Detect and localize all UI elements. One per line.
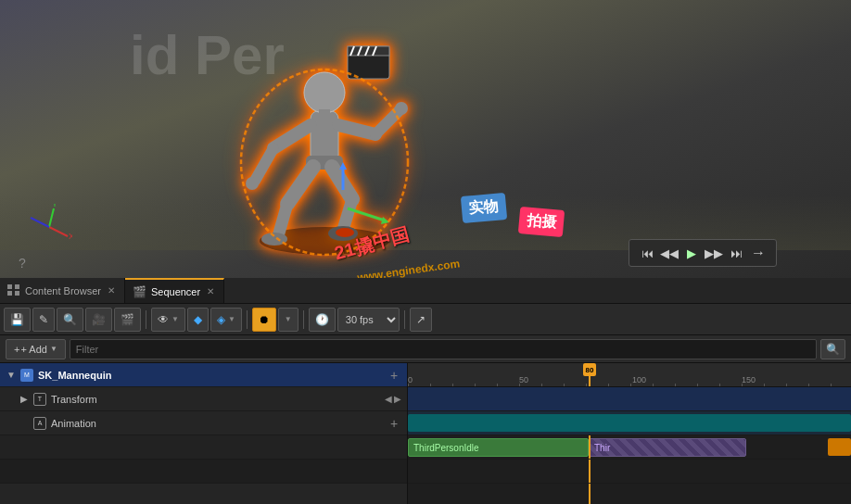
tab-sequencer[interactable]: 🎬 Sequencer ✕ — [125, 278, 224, 303]
edit-icon: ✎ — [39, 313, 48, 326]
loop-button[interactable]: → — [748, 244, 768, 262]
clock-icon: 🕐 — [315, 313, 329, 326]
transform-arrows: ◀ ▶ — [385, 394, 401, 404]
track-sk-mannequin[interactable]: ▼ M SK_Mannequin + — [0, 363, 407, 387]
record-dropdown-arrow: ▼ — [285, 315, 292, 323]
playhead-track-line — [589, 435, 591, 459]
play-button[interactable]: ▶ — [681, 244, 702, 262]
view-button[interactable]: 👁 ▼ — [151, 308, 185, 332]
timeline-tracks: ThirdPersonIdle Thir — [408, 387, 851, 504]
clip-thirdpersonidle[interactable]: ThirdPersonIdle — [408, 438, 589, 457]
timeline-row-empty-1 — [408, 460, 851, 484]
tab-label-sequencer: Sequencer — [151, 286, 200, 297]
axes-indicator: X Y — [26, 204, 72, 250]
clip-third-label: Thir — [594, 443, 610, 453]
timeline-panel: 0 50 100 150 80 — [408, 363, 851, 504]
clip-third[interactable]: Thir — [589, 438, 746, 457]
nav-dropdown-arrow: ▼ — [228, 315, 235, 323]
diamond-icon: ◆ — [194, 313, 202, 326]
timeline-row-transform — [408, 411, 851, 435]
ue-logo-text: id Per — [130, 23, 285, 87]
track-expand-transform[interactable]: ▶ — [19, 394, 30, 405]
next-key-button[interactable]: ▶▶ — [704, 244, 724, 262]
view-icon: 👁 — [158, 313, 169, 326]
sk-mannequin-add-button[interactable]: + — [387, 368, 401, 383]
svg-line-29 — [49, 227, 68, 236]
camera-icon: 🎥 — [92, 313, 106, 326]
save-button[interactable]: 💾 — [4, 308, 31, 332]
nav-button[interactable]: ◈ ▼ — [210, 308, 242, 332]
main-area: ▼ M SK_Mannequin + ▶ T Transform ◀ ▶ A A… — [0, 363, 851, 504]
add-dropdown-arrow: ▼ — [50, 345, 57, 353]
prev-key-button[interactable]: ◀◀ — [659, 244, 680, 262]
svg-line-11 — [287, 167, 313, 204]
filter-input[interactable] — [70, 339, 817, 359]
tab-close-sequencer[interactable]: ✕ — [205, 286, 216, 296]
svg-text:Y: Y — [52, 204, 57, 208]
timeline-row-sk-mannequin — [408, 387, 851, 411]
edit-button[interactable]: ✎ — [32, 308, 55, 332]
animation-add-button[interactable]: + — [387, 416, 401, 431]
playhead-track-line-3 — [589, 484, 591, 504]
tab-label-content-browser: Content Browser — [25, 285, 101, 296]
track-empty-1 — [0, 435, 407, 460]
timeline-row-animation: ThirdPersonIdle Thir — [408, 435, 851, 460]
jump-end-button[interactable]: ⏭ — [726, 244, 746, 262]
svg-rect-1 — [311, 111, 338, 162]
clip-orange[interactable] — [828, 438, 851, 456]
record-icon: ⏺ — [259, 313, 270, 326]
viewport: X Y ? ⏮ ◀◀ ▶ ▶▶ ⏭ → 实物 拍摄 21撬中国 www.engi… — [0, 0, 851, 278]
playhead-frame-label: 80 — [586, 366, 594, 374]
playback-controls: ⏮ ◀◀ ▶ ▶▶ ⏭ → — [629, 239, 777, 267]
transform-icon: T — [33, 393, 46, 406]
curve-button[interactable]: ↗ — [410, 308, 432, 332]
fps-select[interactable]: 30 fps 24 fps 60 fps 120 fps — [337, 308, 400, 332]
ruler-minor-ticks — [408, 384, 851, 386]
svg-point-6 — [246, 177, 259, 190]
film-icon: 🎬 — [133, 285, 146, 298]
search-icon: 🔍 — [63, 313, 77, 326]
track-transform[interactable]: ▶ T Transform ◀ ▶ — [0, 387, 407, 411]
svg-line-5 — [255, 148, 273, 181]
tab-bar: Content Browser ✕ 🎬 Sequencer ✕ — [0, 278, 851, 304]
playhead-line[interactable]: 80 — [589, 363, 591, 386]
clip-idle-label: ThirdPersonIdle — [413, 443, 479, 453]
sk-mannequin-label: SK_Mannequin — [38, 370, 387, 381]
clock-button[interactable]: 🕐 — [309, 308, 336, 332]
svg-line-4 — [273, 125, 311, 148]
record-dropdown-button[interactable]: ▼ — [278, 308, 298, 332]
svg-line-33 — [31, 218, 49, 227]
slate-button[interactable]: 🎬 — [114, 308, 141, 332]
tab-close-content-browser[interactable]: ✕ — [106, 285, 117, 296]
animation-icon: A — [33, 417, 46, 430]
plus-icon: + — [14, 344, 19, 355]
jump-start-button[interactable]: ⏮ — [637, 244, 657, 262]
transform-label: Transform — [51, 394, 385, 405]
track-expand-animation[interactable] — [19, 418, 30, 429]
filter-search-button[interactable]: 🔍 — [820, 339, 845, 359]
track-animation[interactable]: A Animation + — [0, 411, 407, 435]
arrow-right-icon: ▶ — [394, 394, 401, 404]
help-icon[interactable]: ? — [19, 256, 26, 271]
track-expand-sk-mannequin[interactable]: ▼ — [6, 370, 17, 381]
tab-content-browser[interactable]: Content Browser ✕ — [0, 278, 125, 303]
toolbar: 💾 ✎ 🔍 🎥 🎬 👁 ▼ ◆ ◈ ▼ ⏺ ▼ 🕐 30 fps 24 fps … — [0, 304, 851, 335]
search-button[interactable]: 🔍 — [57, 308, 83, 332]
grid-icon — [7, 284, 20, 297]
toolbar-separator-3 — [303, 310, 304, 329]
playhead-marker[interactable]: 80 — [583, 363, 596, 376]
record-button[interactable]: ⏺ — [252, 308, 276, 332]
svg-text:X: X — [69, 232, 72, 241]
track-empty-2 — [0, 460, 407, 484]
svg-line-7 — [338, 125, 375, 134]
mannequin-icon: M — [20, 369, 33, 382]
camera-button[interactable]: 🎥 — [85, 308, 112, 332]
svg-point-9 — [395, 102, 408, 115]
filter-search-icon: 🔍 — [826, 343, 840, 356]
track-list-panel: ▼ M SK_Mannequin + ▶ T Transform ◀ ▶ A A… — [0, 363, 408, 504]
add-button[interactable]: + + Add ▼ — [6, 339, 66, 359]
svg-point-17 — [336, 228, 354, 237]
view-dropdown-arrow: ▼ — [171, 315, 179, 323]
diamond-button[interactable]: ◆ — [187, 308, 209, 332]
svg-line-15 — [343, 199, 352, 230]
